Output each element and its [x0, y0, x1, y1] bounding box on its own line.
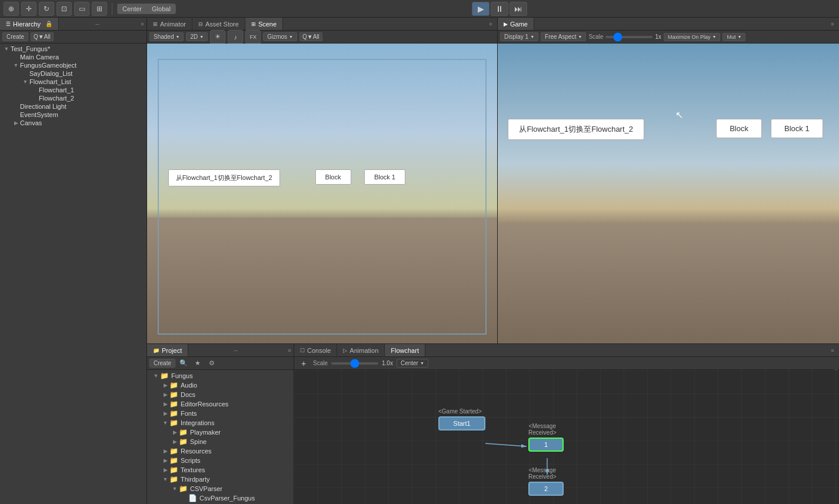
scene-2d-btn[interactable]: 2D — [186, 32, 208, 41]
pause-btn[interactable]: ⏸ — [491, 2, 508, 16]
project-tree-thirdparty[interactable]: ▼ 📁 Thirdparty — [147, 475, 294, 484]
rotate-tool-btn[interactable]: ↻ — [39, 2, 54, 16]
play-btn[interactable]: ▶ — [472, 2, 490, 16]
project-tree-csvparser-fungus[interactable]: ▶ 📄 CsvParser_Fungus — [147, 493, 294, 503]
project-tree-textures[interactable]: ▶ 📁 Textures — [147, 465, 294, 475]
project-tree-editor-resources[interactable]: ▶ 📁 EditorResources — [147, 399, 294, 409]
project-tree-scripts[interactable]: ▶ 📁 Scripts — [147, 456, 294, 465]
flowchart-add-btn[interactable]: + — [298, 358, 309, 369]
move-tool-btn[interactable]: ✛ — [21, 2, 36, 16]
hierarchy-minimize-btn[interactable]: ─ — [94, 20, 102, 28]
game-scale-slider[interactable] — [605, 36, 652, 38]
scene-gizmos-dropdown[interactable]: Gizmos — [263, 32, 297, 41]
tab-scene[interactable]: ⊞ Scene — [245, 18, 283, 30]
global-btn[interactable]: Global — [147, 4, 175, 14]
toggle-thirdparty: ▼ — [161, 476, 169, 482]
label-playmaker: Playmaker — [190, 429, 221, 436]
game-btn-block[interactable]: Block — [716, 119, 762, 138]
console-tab-label: Console — [307, 347, 331, 354]
tree-item-directional-light[interactable]: ▶ Directional Light — [0, 102, 147, 111]
project-tree-csvparser[interactable]: ▼ 📁 CSVParser — [147, 484, 294, 493]
game-mute-btn[interactable]: Mut — [723, 33, 745, 41]
step-btn[interactable]: ⏭ — [510, 2, 527, 16]
scene-audio-btn[interactable]: ♪ — [228, 30, 243, 44]
tab-project[interactable]: 📁 Project — [147, 344, 188, 356]
rect-tool-btn[interactable]: ▭ — [74, 2, 89, 16]
project-create-btn[interactable]: Create — [149, 359, 175, 368]
scene-panel-menu[interactable]: ≡ — [487, 20, 495, 28]
label-fungus: Fungus — [171, 372, 193, 379]
project-toolbar: Create 🔍 ★ ⚙ — [147, 357, 294, 370]
tree-item-canvas[interactable]: ▶ Canvas — [0, 119, 147, 127]
animation-tab-label: Animation — [349, 347, 378, 354]
game-aspect-dropdown[interactable]: Free Aspect — [541, 32, 586, 41]
hierarchy-panel: ☰ Hierarchy 🔒 ─ ≡ Create Q▼All ▼ Test_Fu… — [0, 18, 147, 504]
project-tree-resources[interactable]: ▶ 📁 Resources — [147, 446, 294, 456]
project-tree-docs[interactable]: ▶ 📁 Docs — [147, 390, 294, 399]
flowchart-block-2[interactable]: 2 — [528, 482, 564, 496]
label-flowchart-list: Flowchart_List — [29, 78, 71, 85]
toggle-test-fungus: ▼ — [2, 46, 11, 52]
hand-tool-btn[interactable]: ⊕ — [4, 2, 19, 16]
hierarchy-close-btn[interactable]: ≡ — [138, 20, 147, 28]
project-panel-close[interactable]: ≡ — [285, 346, 294, 355]
flowchart-block-1[interactable]: 1 — [528, 438, 564, 452]
toggle-csvparser: ▼ — [171, 486, 179, 492]
scene-search[interactable]: Q▼All — [299, 32, 322, 41]
hierarchy-create-btn[interactable]: Create — [2, 32, 28, 41]
project-panel-menu[interactable]: ─ — [232, 346, 240, 355]
scene-fx-btn[interactable]: FX — [245, 30, 261, 44]
scene-btn-block1[interactable]: Block 1 — [364, 169, 405, 185]
flowchart-block-start1[interactable]: Start1 — [438, 416, 485, 430]
project-tree-audio[interactable]: ▶ 📁 Audio — [147, 380, 294, 390]
tab-game[interactable]: ▶ Game — [498, 18, 534, 30]
flowchart-block2-area: <MessageReceived> 2 — [528, 467, 557, 482]
tab-console[interactable]: ☐ Console — [294, 344, 337, 356]
flowchart-viewport: <Game Started> Start1 <MessageReceived> … — [294, 370, 839, 504]
game-btn-flowchart[interactable]: 从Flowchart_1切换至Flowchart_2 — [508, 119, 644, 140]
transform-tool-btn[interactable]: ⊞ — [92, 2, 107, 16]
tree-item-flowchart-2[interactable]: ▶ Flowchart_2 — [0, 94, 147, 102]
flowchart-scale-slider[interactable] — [331, 362, 378, 365]
game-panel-menu[interactable]: ≡ — [828, 20, 837, 28]
tab-asset-store[interactable]: ⊟ Asset Store — [192, 18, 245, 30]
tree-item-flowchart-list[interactable]: ▼ Flowchart_List — [0, 78, 147, 86]
scene-panel: ⊞ Animator ⊟ Asset Store ⊞ Scene ≡ Shade… — [147, 18, 498, 343]
scene-btn-flowchart[interactable]: 从Flowchart_1切换至Flowchart_2 — [168, 169, 280, 186]
project-tree-playmaker[interactable]: ▶ 📁 Playmaker — [147, 428, 294, 437]
project-settings-btn[interactable]: ⚙ — [206, 358, 218, 369]
project-tree-spine[interactable]: ▶ 📁 Spine — [147, 437, 294, 446]
bottom-panels: 📁 Project ─ ≡ Create 🔍 ★ ⚙ ▼ 📁 — [147, 343, 839, 504]
toggle-fungus: ▼ — [152, 373, 160, 379]
project-search-btn[interactable]: 🔍 — [178, 358, 189, 369]
project-tree-integrations[interactable]: ▼ 📁 Integrations — [147, 418, 294, 428]
scene-shading-dropdown[interactable]: Shaded — [149, 32, 184, 41]
game-maximize-btn[interactable]: Maximize On Play — [664, 33, 720, 41]
flowchart-center-btn[interactable]: Center — [397, 359, 428, 368]
tab-animator[interactable]: ⊞ Animator — [147, 18, 192, 30]
project-fav-btn[interactable]: ★ — [192, 358, 204, 369]
center-btn[interactable]: Center — [118, 4, 147, 14]
tree-item-flowchart-1[interactable]: ▶ Flowchart_1 — [0, 86, 147, 94]
scene-lighting-btn[interactable]: ☀ — [210, 30, 225, 44]
folder-icon-thirdparty: 📁 — [169, 475, 178, 483]
tab-flowchart[interactable]: Flowchart — [385, 344, 425, 356]
flowchart-arrows — [294, 370, 839, 504]
tree-item-event-system[interactable]: ▶ EventSystem — [0, 111, 147, 119]
tree-item-test-fungus[interactable]: ▼ Test_Fungus* — [0, 45, 147, 53]
tree-item-main-camera[interactable]: ▶ Main Camera — [0, 53, 147, 61]
project-tree-fonts[interactable]: ▶ 📁 Fonts — [147, 409, 294, 418]
tab-animation[interactable]: ▷ Animation — [337, 344, 385, 356]
scale-tool-btn[interactable]: ⊡ — [56, 2, 72, 16]
game-btn-block1[interactable]: Block 1 — [771, 119, 823, 138]
label-scripts: Scripts — [181, 457, 201, 464]
tree-item-saydialog[interactable]: ▶ SayDialog_List — [0, 69, 147, 78]
scene-btn-block[interactable]: Block — [315, 169, 351, 185]
project-tree-fungus[interactable]: ▼ 📁 Fungus — [147, 371, 294, 380]
folder-icon-integrations: 📁 — [169, 419, 178, 427]
tab-hierarchy[interactable]: ☰ Hierarchy 🔒 — [0, 18, 59, 30]
tree-item-fungus-go[interactable]: ▼ FungusGameobject — [0, 61, 147, 69]
flowchart-panel-menu[interactable]: ≡ — [828, 346, 837, 355]
label-thirdparty: Thirdparty — [181, 476, 210, 483]
game-display-dropdown[interactable]: Display 1 — [500, 32, 538, 41]
